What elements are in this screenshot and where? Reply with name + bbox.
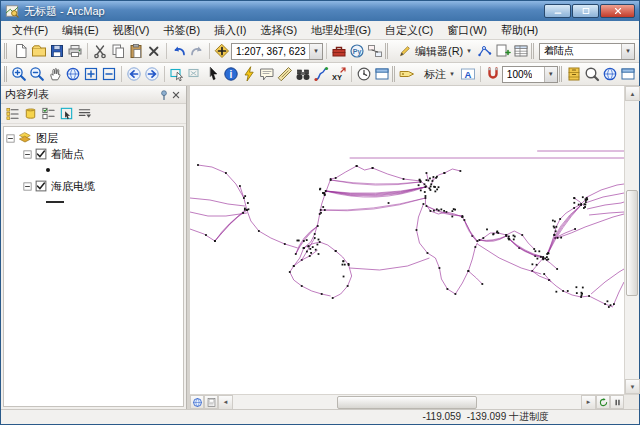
catalog-icon[interactable] [565,65,583,83]
fixed-zoom-in-icon[interactable] [82,65,100,83]
toolbar-grip[interactable] [559,66,562,82]
arctoolbox-icon[interactable] [330,42,348,60]
viewer-window-icon[interactable] [373,65,391,83]
toolbar-grip[interactable] [531,43,536,59]
editor-dropdown[interactable]: 编辑器(R) ▾ [393,42,476,61]
vertical-scroll-thumb[interactable] [626,190,638,296]
vertical-scroll-track[interactable] [625,101,639,379]
scroll-up-icon[interactable]: ▲ [625,86,640,101]
create-features-icon[interactable] [494,42,512,60]
forward-extent-icon[interactable] [143,65,161,83]
menu-file[interactable]: 文件(F) [5,21,55,40]
data-view-button[interactable] [190,395,204,409]
pause-drawing-button[interactable] [610,395,624,409]
list-by-selection-icon[interactable] [59,106,74,121]
chevron-down-icon[interactable]: ▾ [621,44,634,59]
symbol-row-landing-points[interactable] [6,162,181,178]
python-icon[interactable]: Py [348,42,366,60]
select-elements-icon[interactable] [204,65,222,83]
toolbar-grip[interactable] [4,66,7,82]
contents-panel-header[interactable]: 内容列表 [1,86,186,104]
html-popup-icon[interactable] [258,65,276,83]
redo-icon[interactable] [188,42,206,60]
layer-row-submarine-cables[interactable]: 海底电缆 [6,178,181,194]
window-tool-icon[interactable] [619,65,637,83]
scroll-down-icon[interactable]: ▼ [625,379,640,394]
point-symbol[interactable] [46,168,50,172]
close-button[interactable] [600,4,635,18]
cut-icon[interactable] [91,42,109,60]
collapse-icon[interactable] [6,134,15,143]
menu-insert[interactable]: 插入(I) [207,21,253,40]
find-route-icon[interactable] [312,65,330,83]
horizontal-scroll-track[interactable] [233,395,581,410]
toolbar-grip[interactable] [385,43,390,59]
refresh-view-button[interactable] [596,395,610,409]
list-by-visibility-icon[interactable] [41,106,56,121]
search-icon[interactable] [583,65,601,83]
undo-icon[interactable] [170,42,188,60]
title-bar[interactable]: 无标题 - ArcMap [1,1,639,21]
clear-selection-icon[interactable] [186,65,204,83]
list-by-source-icon[interactable] [23,106,38,121]
hyperlink-icon[interactable] [240,65,258,83]
zoom-percent-combo[interactable]: 100% ▾ [502,66,558,83]
menu-selection[interactable]: 选择(S) [253,21,304,40]
zoom-out-icon[interactable] [28,65,46,83]
list-by-drawing-order-icon[interactable] [5,106,20,121]
menu-customize[interactable]: 自定义(C) [378,21,440,40]
label-tag-icon[interactable] [398,65,416,83]
delete-icon[interactable] [145,42,163,60]
arcglobe-icon[interactable] [601,65,619,83]
toc-options-icon[interactable] [77,106,92,121]
measure-icon[interactable] [276,65,294,83]
zoom-in-icon[interactable] [10,65,28,83]
layer-label-landing-points[interactable]: 着陆点 [47,147,84,162]
menu-help[interactable]: 帮助(H) [494,21,545,40]
go-to-xy-icon[interactable]: XY [330,65,348,83]
label-manager-icon[interactable]: A [459,65,477,83]
panel-close-icon[interactable] [170,89,182,101]
symbol-row-submarine-cables[interactable] [6,194,181,210]
snapping-icon[interactable] [484,65,502,83]
minimize-button[interactable] [544,4,571,18]
menu-edit[interactable]: 编辑(E) [55,21,106,40]
new-map-icon[interactable] [12,42,30,60]
paste-icon[interactable] [127,42,145,60]
edit-sketch-icon[interactable] [476,42,494,60]
find-icon[interactable] [294,65,312,83]
open-icon[interactable] [30,42,48,60]
label-dropdown[interactable]: 标注 ▾ [416,65,459,84]
full-extent-icon[interactable] [64,65,82,83]
copy-icon[interactable] [109,42,127,60]
chevron-down-icon[interactable]: ▾ [544,67,557,82]
layer-row-landing-points[interactable]: 着陆点 [6,146,181,162]
maximize-button[interactable] [572,4,599,18]
back-extent-icon[interactable] [125,65,143,83]
target-layer-combo[interactable]: 着陆点 ▾ [539,43,635,60]
time-slider-icon[interactable] [355,65,373,83]
toolbar-grip[interactable] [392,66,395,82]
layer-label-submarine-cables[interactable]: 海底电缆 [47,179,95,194]
print-icon[interactable] [66,42,84,60]
toolbar-grip[interactable] [4,43,9,59]
map-scale-combo[interactable]: 1:207, 367, 623 ▾ [231,43,323,60]
scroll-right-icon[interactable]: ► [581,395,596,410]
menu-geoprocessing[interactable]: 地理处理(G) [304,21,378,40]
layer-visibility-checkbox[interactable] [35,180,47,192]
modelbuilder-icon[interactable] [366,42,384,60]
layout-view-button[interactable] [204,395,218,409]
horizontal-scroll-thumb[interactable] [337,396,476,409]
collapse-icon[interactable] [23,182,32,191]
save-icon[interactable] [48,42,66,60]
chevron-down-icon[interactable]: ▾ [309,44,322,59]
layers-tree[interactable]: 图层 着陆点 海底电缆 [3,126,184,407]
scroll-left-icon[interactable]: ◄ [218,395,233,410]
line-symbol[interactable] [46,201,64,203]
layers-root-label[interactable]: 图层 [32,131,58,146]
menu-bookmarks[interactable]: 书签(B) [156,21,207,40]
vertical-scrollbar[interactable]: ▲ ▼ [624,86,639,394]
layer-visibility-checkbox[interactable] [35,148,47,160]
fixed-zoom-out-icon[interactable] [100,65,118,83]
add-data-icon[interactable] [213,42,231,60]
